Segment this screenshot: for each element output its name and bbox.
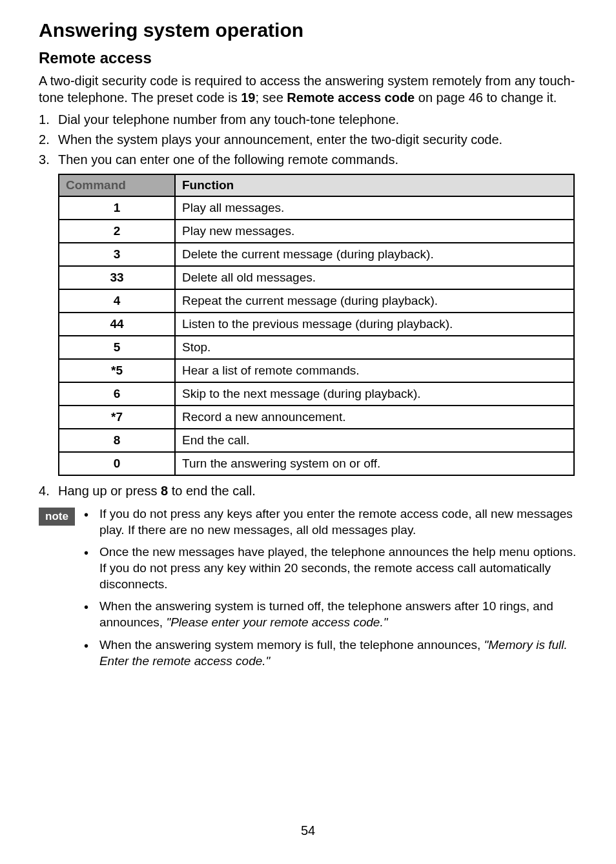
cmd-cell: 2 (59, 220, 175, 243)
table-row: 4Repeat the current message (during play… (59, 289, 574, 313)
cmd-cell: 0 (59, 452, 175, 475)
step-item: Hang up or press 8 to end the call. (39, 482, 577, 500)
preset-code: 19 (241, 90, 255, 105)
cmd-cell: 3 (59, 243, 175, 266)
intro-text-b: ; see (255, 90, 287, 105)
page-number: 54 (301, 823, 315, 838)
note-section: note If you do not press any keys after … (39, 506, 577, 675)
func-cell: End the call. (175, 429, 574, 452)
cmd-cell: 44 (59, 313, 175, 336)
step4-text-b: to end the call. (168, 484, 256, 498)
step-item: Dial your telephone number from any touc… (39, 111, 577, 129)
note-list: If you do not press any keys after you e… (84, 506, 577, 675)
table-header-row: Command Function (59, 174, 574, 196)
func-cell: Delete the current message (during playb… (175, 243, 574, 266)
intro-paragraph: A two-digit security code is required to… (39, 72, 577, 106)
cmd-cell: 4 (59, 289, 175, 313)
step4-text-a: Hang up or press (58, 484, 161, 498)
cmd-cell: *7 (59, 406, 175, 429)
cmd-cell: *5 (59, 359, 175, 382)
note-item: If you do not press any keys after you e… (84, 506, 577, 538)
table-row: 44Listen to the previous message (during… (59, 313, 574, 336)
func-cell: Play all messages. (175, 196, 574, 220)
table-row: 0Turn the answering system on or off. (59, 452, 574, 475)
table-row: *5Hear a list of remote commands. (59, 359, 574, 382)
cmd-cell: 5 (59, 336, 175, 359)
table-row: 1Play all messages. (59, 196, 574, 220)
reference-bold: Remote access code (287, 90, 415, 105)
table-row: 2Play new messages. (59, 220, 574, 243)
section-title: Remote access (39, 49, 577, 67)
note-item: When the answering system memory is full… (84, 637, 577, 669)
note-italic: "Please enter your remote access code." (166, 615, 387, 629)
note-text: Once the new messages have played, the t… (99, 545, 576, 590)
func-cell: Listen to the previous message (during p… (175, 313, 574, 336)
func-cell: Turn the answering system on or off. (175, 452, 574, 475)
table-row: 3Delete the current message (during play… (59, 243, 574, 266)
header-function: Function (175, 174, 574, 196)
step4-key: 8 (161, 484, 168, 498)
table-row: 33Delete all old messages. (59, 266, 574, 289)
table-row: 5Stop. (59, 336, 574, 359)
func-cell: Record a new announcement. (175, 406, 574, 429)
page-title: Answering system operation (39, 19, 577, 41)
cmd-cell: 1 (59, 196, 175, 220)
func-cell: Delete all old messages. (175, 266, 574, 289)
table-row: 8End the call. (59, 429, 574, 452)
cmd-cell: 8 (59, 429, 175, 452)
step-item: When the system plays your announcement,… (39, 131, 577, 149)
header-command: Command (59, 174, 175, 196)
note-text: If you do not press any keys after you e… (99, 507, 573, 537)
step-item: Then you can enter one of the following … (39, 151, 577, 169)
table-row: 6Skip to the next message (during playba… (59, 382, 574, 406)
note-badge: note (39, 508, 75, 526)
func-cell: Repeat the current message (during playb… (175, 289, 574, 313)
func-cell: Stop. (175, 336, 574, 359)
intro-text-c: on page 46 to change it. (415, 90, 557, 105)
table-row: *7Record a new announcement. (59, 406, 574, 429)
cmd-cell: 33 (59, 266, 175, 289)
steps-list-continued: Hang up or press 8 to end the call. (39, 482, 577, 500)
note-text: When the answering system memory is full… (99, 638, 484, 652)
note-item: When the answering system is turned off,… (84, 599, 577, 630)
func-cell: Play new messages. (175, 220, 574, 243)
steps-list: Dial your telephone number from any touc… (39, 111, 577, 169)
cmd-cell: 6 (59, 382, 175, 406)
commands-table: Command Function 1Play all messages. 2Pl… (58, 174, 575, 476)
note-item: Once the new messages have played, the t… (84, 544, 577, 592)
func-cell: Hear a list of remote commands. (175, 359, 574, 382)
func-cell: Skip to the next message (during playbac… (175, 382, 574, 406)
